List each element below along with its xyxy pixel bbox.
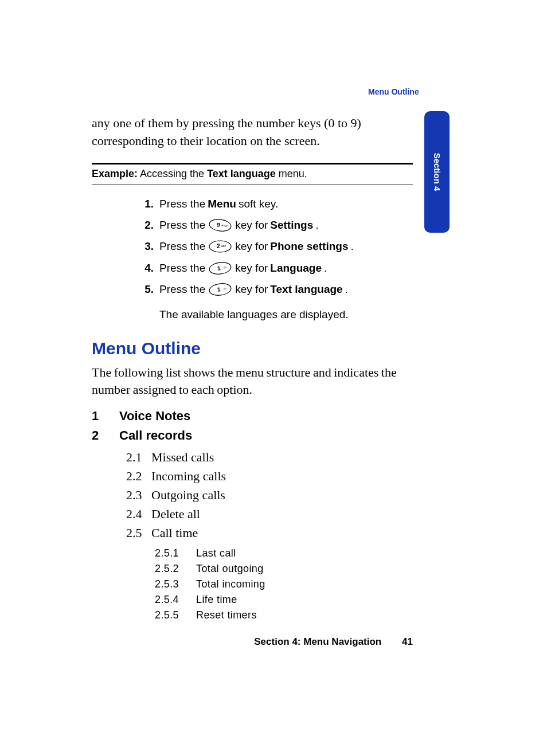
divider: [92, 185, 413, 185]
menu-subsub-item: 2.5.3Total incoming: [155, 577, 413, 592]
svg-text:wxyz: wxyz: [221, 223, 228, 228]
svg-text:abc: abc: [221, 244, 226, 248]
menu-sub-item: 2.1Missed calls: [126, 448, 413, 467]
svg-text:2: 2: [217, 243, 220, 249]
svg-text:∞: ∞: [224, 265, 227, 269]
svg-point-0: [209, 218, 232, 232]
menu-subsub-item: 2.5.4Life time: [155, 592, 413, 608]
step-body: Press the 9 wxyz key for Settings.: [159, 217, 413, 233]
svg-text:1: 1: [217, 265, 221, 272]
step-row: 1.Press the Menu soft key.: [136, 195, 413, 212]
step-note: The available languages are displayed.: [159, 306, 413, 323]
step-body: Press the 1 ∞ key for Language.: [159, 260, 413, 276]
menu-top-item: 1Voice Notes: [92, 409, 413, 424]
svg-text:1: 1: [217, 286, 221, 293]
menu-sub-item: 2.3Outgoing calls: [126, 485, 413, 504]
menu-sub-item: 2.4Delete all: [126, 504, 413, 523]
menu-top-item: 2Call records: [92, 428, 413, 443]
step-number: 3.: [136, 238, 154, 254]
menu-subsub-item: 2.5.2Total outgoing: [155, 561, 413, 577]
step-body: Press the 1 ∞ key for Text language.: [159, 281, 413, 297]
step-body: Press the 2 abc key for Phone settings.: [159, 238, 413, 254]
step-body: Press the Menu soft key.: [159, 195, 413, 212]
footer-section: Section 4: Menu Navigation: [254, 636, 381, 647]
step-row: 3.Press the 2 abc key for Phone settings…: [136, 238, 413, 254]
menu-sub-item: 2.5Call time: [126, 523, 413, 542]
phone-key-icon: 1 ∞: [209, 283, 232, 296]
menu-subsub-list: 2.5.1Last call2.5.2Total outgoing2.5.3To…: [155, 546, 413, 623]
example-label: Example:: [92, 168, 138, 179]
phone-key-icon: 2 abc: [209, 240, 232, 253]
phone-key-icon: 1 ∞: [209, 261, 232, 275]
step-number: 4.: [136, 260, 154, 276]
step-number: 5.: [136, 281, 154, 297]
page-body: any one of them by pressing the number k…: [92, 86, 413, 623]
svg-text:∞: ∞: [224, 287, 227, 291]
section-heading: Menu Outline: [92, 339, 413, 358]
intro-paragraph: any one of them by pressing the number k…: [92, 115, 413, 150]
step-row: 5.Press the 1 ∞ key for Text language.: [136, 281, 413, 297]
menu-outline-list: 1Voice Notes2Call records2.1Missed calls…: [92, 409, 413, 623]
phone-key-icon: 9 wxyz: [209, 218, 232, 232]
example-text-1: Accessing the: [138, 168, 207, 179]
step-row: 2.Press the 9 wxyz key for Settings.: [136, 217, 413, 233]
section-paragraph: The following list shows the menu struct…: [92, 364, 413, 398]
step-number: 2.: [136, 217, 154, 233]
example-text-2: menu.: [276, 168, 307, 179]
menu-subsub-item: 2.5.5Reset timers: [155, 608, 413, 623]
menu-sub-item: 2.2Incoming calls: [126, 467, 413, 485]
step-number: 1.: [136, 195, 154, 212]
steps-list: 1.Press the Menu soft key.2.Press the 9 …: [92, 195, 413, 298]
svg-point-3: [209, 241, 231, 252]
menu-subsub-item: 2.5.1Last call: [155, 546, 413, 561]
step-row: 4.Press the 1 ∞ key for Language.: [136, 260, 413, 276]
page-footer: Section 4: Menu Navigation 41: [92, 636, 413, 648]
section-tab: Section 4: [424, 111, 450, 233]
section-tab-label: Section 4: [432, 153, 442, 191]
menu-sub-list: 2.1Missed calls2.2Incoming calls2.3Outgo…: [126, 448, 413, 623]
footer-page-number: 41: [384, 636, 413, 648]
example-line: Example: Accessing the Text language men…: [92, 164, 413, 185]
svg-text:9: 9: [217, 221, 221, 228]
example-bold: Text language: [207, 168, 276, 179]
